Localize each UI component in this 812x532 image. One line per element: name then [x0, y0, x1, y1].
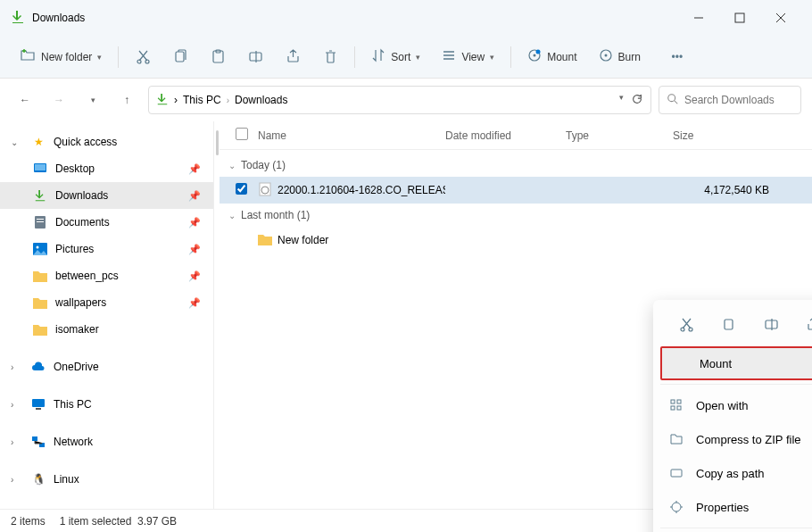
mount-icon	[527, 48, 542, 65]
back-button[interactable]: ←	[11, 86, 39, 114]
sidebar-item-label: between_pcs	[55, 270, 119, 282]
group-header-lastmonth[interactable]: ⌄ Last month (1)	[220, 204, 812, 227]
svg-rect-31	[677, 400, 681, 403]
context-menu-mount[interactable]: Mount Enter	[660, 346, 812, 380]
nav-row: ← → ▾ ↑ › This PC › Downloads ▾	[0, 79, 812, 121]
new-folder-icon	[20, 47, 36, 66]
sidebar-item-desktop[interactable]: Desktop 📌	[0, 155, 213, 182]
file-checkbox[interactable]	[236, 183, 247, 195]
file-list: ⌄ Today (1) 22000.1.210604-1628.CO_RELEA…	[220, 150, 812, 257]
file-row-folder[interactable]: New folder	[220, 227, 812, 254]
sidebar-network[interactable]: › Network	[0, 428, 213, 455]
chevron-down-icon: ⌄	[228, 161, 236, 170]
context-menu-copy-path[interactable]: Copy as path	[659, 456, 812, 490]
chevron-down-icon: ▾	[416, 53, 420, 62]
status-size: 3.97 GB	[137, 515, 177, 528]
maximize-button[interactable]	[719, 4, 760, 32]
svg-point-8	[534, 54, 536, 57]
copy-path-icon	[669, 466, 685, 480]
sidebar-quick-access[interactable]: ⌄ ★ Quick access	[0, 129, 213, 155]
burn-label: Burn	[618, 51, 641, 63]
cut-button[interactable]	[126, 42, 160, 72]
context-menu-properties[interactable]: Properties Alt+Enter	[659, 490, 812, 524]
file-name: New folder	[278, 234, 328, 246]
view-button[interactable]: View ▾	[433, 42, 503, 72]
nav-arrows: ← → ▾ ↑	[11, 86, 141, 114]
svg-rect-28	[725, 320, 733, 329]
share-button[interactable]	[798, 311, 812, 337]
search-input[interactable]	[684, 94, 793, 106]
refresh-button[interactable]	[631, 93, 643, 108]
more-button[interactable]: •••	[660, 42, 694, 72]
searchbox[interactable]	[659, 86, 801, 114]
group-header-today[interactable]: ⌄ Today (1)	[220, 154, 812, 177]
share-button[interactable]	[276, 42, 310, 72]
zip-icon	[669, 432, 685, 446]
sidebar-item-label: wallpapers	[55, 296, 106, 309]
close-button[interactable]	[760, 4, 801, 32]
svg-rect-20	[32, 399, 45, 407]
sidebar-item-label: isomaker	[55, 323, 99, 336]
up-button[interactable]: ↑	[112, 86, 141, 114]
rename-button[interactable]	[755, 311, 787, 337]
folder-icon	[32, 296, 48, 309]
sort-label: Sort	[391, 51, 410, 63]
file-name: 22000.1.210604-1628.CO_RELEASE	[278, 184, 445, 196]
minimize-button[interactable]	[678, 4, 719, 32]
sidebar-item-downloads[interactable]: Downloads 📌	[0, 182, 213, 209]
sidebar-onedrive[interactable]: › OneDrive	[0, 353, 213, 380]
quick-access-label: Quick access	[54, 136, 117, 148]
column-date[interactable]: Date modified	[445, 129, 566, 142]
burn-button[interactable]: Burn	[590, 42, 650, 72]
sort-icon	[371, 48, 385, 65]
star-icon: ★	[30, 136, 46, 148]
breadcrumb-seg-downloads[interactable]: Downloads	[235, 94, 287, 106]
mount-button[interactable]: Mount	[518, 42, 585, 72]
pictures-icon	[32, 243, 48, 255]
context-menu-label: Properties	[696, 501, 812, 514]
sidebar-linux[interactable]: › 🐧 Linux	[0, 466, 213, 493]
svg-rect-32	[671, 406, 675, 410]
rename-button[interactable]	[238, 42, 272, 72]
svg-rect-34	[671, 470, 682, 477]
paste-button[interactable]	[201, 42, 235, 72]
group-label: Last month (1)	[241, 209, 310, 221]
cut-button[interactable]	[671, 311, 703, 337]
sidebar-thispc[interactable]: › This PC	[0, 391, 213, 418]
copy-button[interactable]	[713, 311, 745, 337]
addressbar[interactable]: › This PC › Downloads ▾	[148, 86, 651, 114]
delete-button[interactable]	[313, 42, 347, 72]
column-type[interactable]: Type	[566, 129, 673, 142]
search-icon	[667, 93, 679, 108]
column-size[interactable]: Size	[673, 129, 744, 142]
breadcrumb: This PC › Downloads	[183, 94, 614, 106]
select-all-checkbox[interactable]	[236, 128, 248, 140]
chevron-right-icon: ›	[11, 437, 23, 447]
context-menu-open-with[interactable]: Open with ›	[659, 388, 812, 422]
sidebar-item-between-pcs[interactable]: between_pcs 📌	[0, 262, 213, 289]
status-count: 2 items	[11, 515, 46, 528]
new-folder-button[interactable]: New folder ▾	[11, 42, 111, 72]
sidebar-item-label: Documents	[55, 216, 110, 229]
pin-icon: 📌	[188, 244, 201, 255]
sidebar: ⌄ ★ Quick access Desktop 📌 Downloads 📌 D…	[0, 121, 214, 509]
documents-icon	[32, 215, 48, 229]
pin-icon: 📌	[188, 270, 201, 282]
file-row-iso[interactable]: 22000.1.210604-1628.CO_RELEASE 4,172,540…	[220, 177, 812, 204]
context-menu-compress[interactable]: Compress to ZIP file	[659, 422, 812, 456]
sidebar-item-wallpapers[interactable]: wallpapers 📌	[0, 289, 213, 316]
svg-point-11	[604, 54, 607, 57]
forward-button[interactable]: →	[45, 86, 73, 114]
sidebar-item-isomaker[interactable]: isomaker	[0, 316, 213, 343]
column-name[interactable]: Name	[258, 129, 445, 142]
copy-button[interactable]	[163, 42, 197, 72]
recent-button[interactable]: ▾	[79, 86, 107, 114]
sidebar-item-documents[interactable]: Documents 📌	[0, 209, 213, 236]
sidebar-item-pictures[interactable]: Pictures 📌	[0, 236, 213, 262]
window-title: Downloads	[32, 12, 678, 24]
pin-icon: 📌	[188, 163, 201, 175]
sort-button[interactable]: Sort ▾	[362, 42, 429, 72]
breadcrumb-seg-thispc[interactable]: This PC	[183, 94, 221, 106]
chevron-down-icon[interactable]: ▾	[619, 93, 624, 108]
chevron-right-icon: ›	[11, 400, 23, 410]
